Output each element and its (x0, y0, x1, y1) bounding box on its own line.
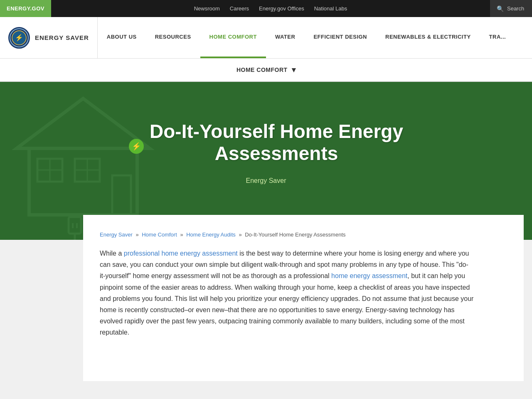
breadcrumb-sep-1: » (135, 232, 140, 238)
nav-about-us[interactable]: ABOUT US (98, 17, 146, 58)
breadcrumb-home-comfort[interactable]: Home Comfort (142, 232, 177, 238)
content-card: Energy Saver » Home Comfort » Home Energ… (83, 215, 524, 381)
home-energy-assessment-link[interactable]: home energy assessment (331, 272, 407, 279)
breadcrumb-sep-3: » (239, 232, 243, 238)
energy-gov-logo[interactable]: ENERGY.GOV (0, 0, 51, 17)
hero-subtitle: Energy Saver (129, 177, 403, 185)
nav-transportation[interactable]: TRA... (480, 17, 515, 58)
breadcrumb-sep-2: » (180, 232, 185, 238)
site-logo[interactable]: ⚡ (8, 27, 30, 49)
main-nav: ⚡ ENERGY SAVER ABOUT US RESOURCES HOME C… (0, 17, 532, 59)
nav-water[interactable]: WATER (266, 17, 304, 58)
svg-rect-13 (69, 217, 81, 234)
nav-links: ABOUT US RESOURCES HOME COMFORT WATER EF… (98, 17, 532, 58)
breadcrumb-energy-saver[interactable]: Energy Saver (100, 232, 133, 238)
breadcrumb: Energy Saver » Home Comfort » Home Energ… (100, 232, 507, 238)
nav-resources[interactable]: RESOURCES (146, 17, 200, 58)
hero-icon-row: ⚡ Do-It-Yourself Home EnergyAssessments (129, 121, 403, 172)
energy-offices-link[interactable]: Energy.gov Offices (259, 5, 304, 12)
svg-text:⚡: ⚡ (15, 34, 23, 42)
breadcrumb-current: Do-It-Yourself Home Energy Assessments (245, 232, 345, 238)
article-paragraph: While a professional home energy assessm… (100, 248, 474, 338)
professional-assessment-link[interactable]: professional home energy assessment (124, 250, 238, 257)
careers-link[interactable]: Careers (230, 5, 249, 12)
article-body: While a professional home energy assessm… (100, 248, 474, 338)
search-label: Search (507, 5, 524, 12)
sub-nav-home-comfort[interactable]: HOME COMFORT ▾ (236, 65, 296, 74)
search-icon: 🔍 (497, 5, 504, 12)
nav-renewables[interactable]: RENEWABLES & ELECTRICITY (376, 17, 480, 58)
logo-area: ⚡ ENERGY SAVER (0, 27, 97, 49)
national-labs-link[interactable]: National Labs (314, 5, 347, 12)
chevron-down-icon: ▾ (292, 65, 296, 74)
hero-title: Do-It-Yourself Home EnergyAssessments (150, 121, 403, 165)
hero-badge: ⚡ (129, 139, 144, 154)
top-links: Newsroom Careers Energy.gov Offices Nati… (194, 5, 347, 12)
hero-content: ⚡ Do-It-Yourself Home EnergyAssessments … (112, 96, 420, 226)
nav-efficient-design[interactable]: EFFICIENT DESIGN (304, 17, 376, 58)
energy-saver-label[interactable]: ENERGY SAVER (35, 34, 89, 41)
sub-nav: HOME COMFORT ▾ (0, 59, 532, 82)
hero-badge-icon: ⚡ (132, 142, 141, 151)
top-bar: ENERGY.GOV Newsroom Careers Energy.gov O… (0, 0, 532, 17)
nav-home-comfort[interactable]: HOME COMFORT (200, 17, 266, 58)
newsroom-link[interactable]: Newsroom (194, 5, 220, 12)
breadcrumb-home-energy-audits[interactable]: Home Energy Audits (186, 232, 236, 238)
search-area[interactable]: 🔍 Search (490, 0, 532, 17)
sub-nav-label: HOME COMFORT (236, 66, 288, 73)
